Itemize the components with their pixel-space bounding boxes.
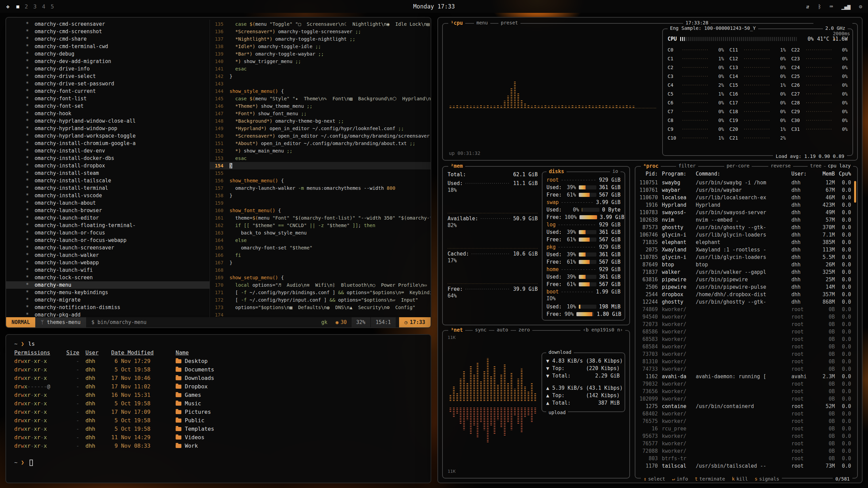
file-item[interactable]: *omarchy-install-dropbox (6, 162, 210, 169)
process-row[interactable]: 71837walker/usr/bin/walker --gappldhh325… (639, 268, 854, 276)
workspace-active[interactable]: ■ (16, 4, 19, 9)
interface-selector[interactable]: ‹b enp191s0 n› (580, 327, 625, 332)
process-row[interactable]: 102638nvimnvim --embed .dhh57M0.0 (639, 216, 854, 224)
code-line[interactable]: 172 [ -f ~/.config/hypr/input.conf ] && … (210, 296, 431, 304)
file-item[interactable]: *omarchy-drive-set-password (6, 80, 210, 87)
code-line[interactable]: 150 *Screensaver*) open_in_editor ~/.con… (210, 132, 431, 140)
code-line[interactable]: 140 *) show_trigger_menu ;; (210, 58, 431, 65)
column-cpu[interactable]: Cpu% (835, 171, 854, 179)
code-line[interactable]: 144show_style_menu() { (210, 87, 431, 95)
code-line[interactable]: 171 [ -f ~/.config/hypr/bindings.conf ] … (210, 289, 431, 296)
code-line[interactable]: 165 omarchy-font-set "$theme" (210, 244, 431, 251)
process-row[interactable]: 110761waybar/usr/bin/waybardhh67M0.0 (639, 186, 854, 194)
zero-button[interactable]: zero (516, 327, 532, 332)
file-item[interactable]: *omarchy-hyprland-workspace-toggle (6, 132, 210, 140)
workspace-button[interactable]: 2 (25, 3, 28, 10)
keyboard-icon[interactable]: ⌨ (830, 3, 833, 10)
process-row[interactable]: 95673kworker/root0B0.0 (639, 432, 854, 440)
process-row[interactable]: 68584kworker/root0B0.0 (639, 343, 854, 350)
process-row[interactable]: 12244ghostty/usr/bin/ghostty --gtk-dhh86… (639, 298, 854, 306)
process-row[interactable]: 110785glycin-i/usr/lib/glycin-loadersdhh… (639, 253, 854, 261)
proc-scrollbar[interactable] (854, 181, 856, 203)
code-line[interactable]: 154} (210, 162, 431, 169)
code-line[interactable]: 137 *Nightlight*) omarchy-toggle-nightli… (210, 35, 431, 43)
file-item[interactable]: *omarchy-menu (6, 281, 210, 289)
file-item[interactable]: *omarchy-launch-editor (6, 214, 210, 222)
sync-button[interactable]: sync (473, 327, 489, 332)
process-row[interactable]: 76577kworker/root0B0.0 (639, 440, 854, 447)
process-row[interactable]: 803btrfs-trroot0B0.0 (639, 455, 854, 462)
code-line[interactable]: 161 theme=$(menu "Font" "$(omarchy-font-… (210, 214, 431, 222)
prompt-line-2[interactable]: ~ ❯ (14, 458, 422, 467)
file-item[interactable]: *omarchy-launch-floating-terminal- (6, 222, 210, 229)
file-item[interactable]: *omarchy-font-set (6, 102, 210, 110)
process-row[interactable]: 68586kworker/root0B0.0 (639, 328, 854, 336)
file-item[interactable]: *omarchy-pkg-add (6, 311, 210, 317)
file-item[interactable]: *omarchy-install-chromium-google-a (6, 140, 210, 147)
file-item[interactable]: *omarchy-font-list (6, 95, 210, 102)
file-item[interactable]: *omarchy-menu-keybindings (6, 289, 210, 296)
file-item[interactable]: *omarchy-drive-info (6, 65, 210, 73)
file-item[interactable]: *omarchy-lock-screen (6, 274, 210, 281)
code-line[interactable]: 170 local options="♬ Audio\n≋ Wifi\nᛒ Bl… (210, 281, 431, 289)
process-row[interactable]: 74869kworker/root0B0.0 (639, 306, 854, 313)
cpu-panel-title[interactable]: ¹cpu (448, 20, 465, 26)
code-line[interactable]: 136 *Screensaver*) omarchy-toggle-screen… (210, 28, 431, 35)
code-line[interactable]: 135 case $(menu "Toggle" "▢ Screensaver\… (210, 20, 431, 28)
auto-button[interactable]: auto (494, 327, 511, 332)
code-line[interactable]: 143 (210, 80, 431, 87)
file-item[interactable]: *omarchy-launch-browser (6, 207, 210, 214)
code-line[interactable]: 168 (210, 266, 431, 274)
column-pid[interactable]: Pid: (639, 171, 662, 179)
process-row[interactable]: 87649btopbtopdhh26M0.0 (639, 261, 854, 268)
footer-key-select[interactable]: ↕select (644, 476, 665, 482)
code-line[interactable]: 173 options="$options\n▦ Defaults\n◍ DNS… (210, 304, 431, 311)
footer-key-signals[interactable]: ssignals (755, 476, 779, 482)
file-item[interactable]: *omarchy-launch-or-focus-webapp (6, 237, 210, 244)
code-line[interactable]: 141 esac (210, 65, 431, 73)
file-item[interactable]: *omarchy-launch-screensaver (6, 244, 210, 251)
process-row[interactable]: 68583kworker/root0B0.0 (639, 336, 854, 343)
column-program[interactable]: Program: (662, 171, 696, 179)
code-line[interactable]: 139 *Bar*) omarchy-toggle-waybar ;; (210, 50, 431, 58)
process-row[interactable]: 1275containe/usr/bin/containerdroot52M0.… (639, 403, 854, 410)
file-item[interactable]: *omarchy-notification-dismiss (6, 304, 210, 311)
column-user[interactable]: User: (791, 171, 815, 179)
net-panel-title[interactable]: ³net (448, 327, 465, 333)
file-item[interactable]: *omarchy-install-docker-dbs (6, 155, 210, 162)
code-line[interactable]: 156show_theme_menu() { (210, 177, 431, 184)
code-line[interactable]: 160show_font_menu() { (210, 207, 431, 214)
git-branch[interactable]: ᛘ themes-menu (35, 317, 86, 327)
code-line[interactable]: 149 *Hyprland*) open_in_editor ~/.config… (210, 125, 431, 132)
file-item[interactable]: *omarchy-install-tailscale (6, 177, 210, 184)
process-row[interactable]: 68402kworker/root0B0.0 (639, 410, 854, 418)
footer-key-info[interactable]: ↵info (672, 476, 688, 482)
process-row[interactable]: 2544dropbox/home/dhh/.dropbox-distdhh357… (639, 291, 854, 298)
cpu-gauge-icon[interactable]: ▁▄▆ (841, 3, 850, 10)
bluetooth-icon[interactable]: ᛒ (818, 3, 821, 10)
workspace-button[interactable]: 4 (42, 3, 45, 10)
code-line[interactable]: 148 *Background*) omarchy-theme-bg-next … (210, 117, 431, 125)
code-line[interactable]: 151 *About*) open_in_editor ~/.config/om… (210, 140, 431, 147)
process-row[interactable]: 1916HyprlandHyprlanddhh423M0.0 (639, 201, 854, 209)
file-item[interactable]: *omarchy-hyprland-window-close-all (6, 117, 210, 125)
code-line[interactable]: 169show_setup_menu() { (210, 274, 431, 281)
process-row[interactable]: 72073kworker/root0B0.0 (639, 321, 854, 328)
workspace-button[interactable]: 5 (51, 3, 54, 10)
process-row[interactable]: 87573ghostty/usr/bin/ghostty --gtk-dhh37… (639, 224, 854, 231)
file-item[interactable]: *omarchy-launch-webapp (6, 259, 210, 266)
code-line[interactable]: 162 if [[ "$theme" == "CNCLD" || -z "$th… (210, 222, 431, 229)
code-line[interactable]: 158} (210, 192, 431, 199)
footer-key-kill[interactable]: kkill (732, 476, 748, 482)
file-item[interactable]: *omarchy-debug (6, 50, 210, 58)
process-row[interactable]: 106746glycin-i/usr/lib/glycin-loadersdhh… (639, 231, 854, 239)
code-line[interactable]: 174 (210, 311, 431, 317)
process-row[interactable]: 2506pipewire/usr/bin/pipewire-pulsedhh14… (639, 283, 854, 291)
process-row[interactable]: 81310kworker/root0B0.0 (639, 358, 854, 365)
file-item[interactable]: *omarchy-font-current (6, 87, 210, 95)
sync-arrows-icon[interactable]: ⇵ (806, 3, 809, 10)
code-line[interactable]: 166 fi (210, 251, 431, 259)
file-item[interactable]: *omarchy-install-steam (6, 169, 210, 177)
code-line[interactable]: 157 omarchy-launch-walker -m menus:omarc… (210, 184, 431, 192)
file-item[interactable]: *omarchy-launch-about (6, 199, 210, 207)
